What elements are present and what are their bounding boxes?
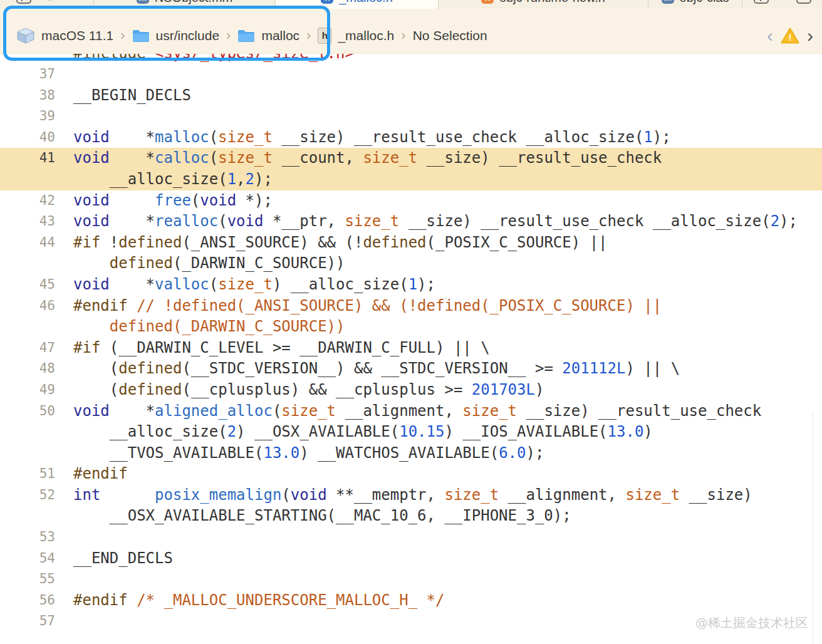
tabbar-left-controls: ‹ [0, 0, 94, 9]
line-number[interactable]: 46 [0, 296, 55, 317]
line-number[interactable]: 43 [0, 211, 55, 232]
code-row[interactable]: 55 [0, 569, 822, 590]
line-number[interactable]: 39 [0, 106, 55, 127]
code-row[interactable]: 46#endif // !defined(_ANSI_SOURCE) && (!… [0, 296, 822, 317]
tab-label: objc-runtime-new.h [499, 0, 605, 5]
mm-file-type-icon: m [137, 0, 149, 4]
code-row[interactable]: 52int posix_memalign(void **__memptr, si… [0, 485, 822, 506]
breadcrumb-selection[interactable]: No Selection [413, 28, 487, 43]
code-row[interactable]: 38__BEGIN_DECLS [0, 85, 822, 106]
code-row[interactable]: 39 [0, 106, 822, 127]
code-line: #if !defined(_ANSI_SOURCE) && (!defined(… [55, 232, 608, 254]
sdk-package-icon [16, 27, 35, 44]
chevron-separator-icon: › [120, 28, 125, 44]
line-number[interactable]: 52 [0, 485, 55, 506]
code-row[interactable]: 44#if !defined(_ANSI_SOURCE) && (!define… [0, 232, 822, 254]
line-number[interactable] [0, 443, 55, 464]
tab-objc-class[interactable]: m objc-clas [648, 0, 742, 9]
breadcrumb-sdk[interactable]: macOS 11.1 [41, 28, 113, 43]
scrollbar-track[interactable] [813, 411, 822, 644]
code-row[interactable]: 47#if (__DARWIN_C_LEVEL >= __DARWIN_C_FU… [0, 338, 822, 359]
line-number[interactable] [0, 506, 55, 527]
code-row[interactable]: 51#endif [0, 464, 822, 485]
code-row[interactable]: 37 [0, 64, 822, 85]
line-number[interactable]: 37 [0, 64, 55, 85]
line-number[interactable]: 51 [0, 464, 55, 485]
line-number[interactable]: 42 [0, 190, 55, 212]
line-number[interactable]: 40 [0, 127, 55, 148]
breadcrumb-folder-malloc[interactable]: malloc [261, 28, 299, 43]
line-number[interactable]: 45 [0, 274, 55, 296]
code-line: __alloc_size(1,2); [55, 169, 273, 190]
tab-objc-runtime-new-h[interactable]: h objc-runtime-new.h [439, 0, 648, 9]
code-row[interactable]: __alloc_size(1,2); [0, 169, 822, 190]
line-number[interactable]: 38 [0, 85, 55, 106]
related-items-back-chevron-icon[interactable]: ‹ [767, 28, 773, 44]
line-number[interactable]: 54 [0, 548, 55, 569]
code-line [55, 611, 73, 632]
code-row[interactable]: 53 [0, 527, 822, 548]
code-row[interactable]: 56#endif /* _MALLOC_UNDERSCORE_MALLOC_H_… [0, 590, 822, 611]
line-number[interactable]: 55 [0, 569, 55, 590]
line-number[interactable]: 47 [0, 338, 55, 359]
line-number[interactable]: 56 [0, 590, 55, 611]
code-row[interactable]: defined(_DARWIN_C_SOURCE)) [0, 316, 822, 338]
code-row[interactable]: 54__END_DECLS [0, 548, 822, 569]
code-row[interactable]: 43void *realloc(void *__ptr, size_t __si… [0, 211, 822, 232]
code-row[interactable]: __OSX_AVAILABLE_STARTING(__MAC_10_6, __I… [0, 506, 822, 527]
line-number[interactable]: 41 [0, 148, 55, 169]
line-number[interactable] [0, 422, 55, 443]
code-line: void *calloc(size_t __count, size_t __si… [55, 148, 662, 169]
tab-nsobject-mm[interactable]: m NSObject.mm [94, 0, 276, 9]
line-number[interactable]: 57 [0, 611, 55, 632]
code-row[interactable]: 40void *malloc(size_t __size) __result_u… [0, 127, 822, 148]
h-file-type-icon: h [481, 0, 494, 4]
warning-icon[interactable]: ! [781, 28, 799, 44]
code-line [55, 106, 73, 127]
line-number[interactable] [0, 316, 55, 338]
code-row[interactable]: 42void free(void *); [0, 190, 822, 212]
folder-icon [237, 29, 255, 43]
split-editor-icon[interactable] [754, 0, 769, 4]
line-number[interactable]: 44 [0, 232, 55, 254]
code-row[interactable]: 45void *valloc(size_t) __alloc_size(1); [0, 274, 822, 296]
code-line: int posix_memalign(void **__memptr, size… [55, 485, 752, 506]
tab-bar: ‹ m NSObject.mm h _malloc.h h objc-runti… [0, 0, 822, 9]
source-editor[interactable]: #include <sys/_types/_size_t.h> 3738__BE… [0, 54, 822, 644]
code-line: __BEGIN_DECLS [55, 85, 191, 106]
line-number[interactable]: 48 [0, 358, 55, 380]
breadcrumb-file[interactable]: _malloc.h [338, 28, 394, 43]
tab-malloc-h[interactable]: h _malloc.h [276, 0, 439, 9]
code-line: void *malloc(size_t __size) __result_use… [55, 127, 671, 148]
code-row[interactable]: __alloc_size(2) __OSX_AVAILABLE(10.15) _… [0, 422, 822, 443]
code-row[interactable]: defined(_DARWIN_C_SOURCE)) [0, 253, 822, 274]
code-row[interactable]: #include <sys/_types/_size_t.h> [0, 54, 822, 64]
code-line: #endif // !defined(_ANSI_SOURCE) && (!de… [55, 296, 662, 317]
code-line: defined(_DARWIN_C_SOURCE)) [55, 253, 345, 274]
tab-label: _malloc.h [339, 0, 393, 5]
line-number[interactable]: 49 [0, 380, 55, 401]
code-line: defined(_DARWIN_C_SOURCE)) [55, 316, 345, 338]
header-file-icon: h [318, 28, 331, 44]
code-line: (defined(__STDC_VERSION__) && __STDC_VER… [55, 358, 680, 380]
code-line: void free(void *); [55, 190, 273, 212]
add-editor-icon[interactable] [796, 0, 811, 4]
breadcrumb-folder-usr-include[interactable]: usr/include [156, 28, 220, 43]
line-number[interactable] [0, 253, 55, 274]
code-row[interactable]: 41void *calloc(size_t __count, size_t __… [0, 148, 822, 169]
code-row[interactable]: __TVOS_AVAILABLE(13.0) __WATCHOS_AVAILAB… [0, 443, 822, 464]
back-chevron-icon[interactable]: ‹ [46, 0, 51, 6]
tabbar-right-controls [742, 0, 822, 9]
code-line: __END_DECLS [55, 548, 173, 569]
code-row[interactable]: 50void *aligned_alloc(size_t __alignment… [0, 401, 822, 422]
next-issue-chevron-icon[interactable]: › [807, 28, 813, 44]
jump-bar: macOS 11.1 › usr/include › malloc › h _m… [0, 9, 822, 54]
line-number[interactable] [0, 54, 55, 64]
code-row[interactable]: 48 (defined(__STDC_VERSION__) && __STDC_… [0, 358, 822, 380]
line-number[interactable]: 50 [0, 401, 55, 422]
line-number[interactable] [0, 169, 55, 190]
code-line [55, 64, 73, 85]
code-row[interactable]: 49 (defined(__cplusplus) && __cplusplus … [0, 380, 822, 401]
line-number[interactable]: 53 [0, 527, 55, 548]
editor-layout-icon[interactable] [16, 0, 31, 4]
